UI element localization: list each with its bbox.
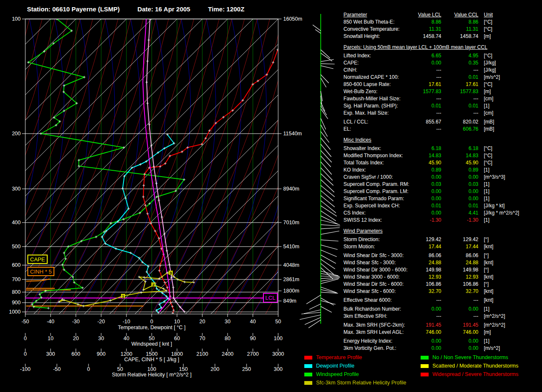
- value-lcl: 0.00: [415, 345, 441, 352]
- cape-label: CAPE: [28, 255, 47, 263]
- height-label: 849m: [283, 298, 296, 304]
- value-lcl: ---: [415, 313, 441, 320]
- axis-tick-label: 1500: [146, 351, 158, 357]
- legend-swatch: [421, 373, 429, 376]
- wind-barb: [321, 240, 338, 241]
- axis-tick-label: -20: [97, 319, 105, 325]
- legend-item: Windspeed Profile: [304, 370, 406, 379]
- axis-tick-label: 900: [97, 351, 106, 357]
- unit-label: [knt]: [484, 274, 494, 281]
- column-header: Value CCL: [441, 11, 478, 19]
- table-row: 3km Effective SRH:------[m^2/s^2]: [343, 313, 519, 320]
- value-lcl: 149.98: [415, 266, 441, 274]
- table-row: 850 Wet Bulb Theta-E:8.868.86[°C]: [343, 19, 519, 26]
- axis-tick-label: 2400: [222, 351, 233, 357]
- pressure-tick-label: 600: [12, 262, 21, 268]
- unit-label: [°]: [484, 252, 488, 259]
- pressure-tick-label: 1000: [9, 309, 21, 315]
- axis-tick-label: 3000: [272, 351, 284, 357]
- param-label: Wind Shear Sfc - 3000:: [343, 259, 415, 266]
- value-ccl: 820.02: [441, 118, 478, 126]
- axis-tick-label: 50: [117, 366, 123, 372]
- svg-text:2: 2: [152, 283, 154, 287]
- param-label: SWISS 12 Index:: [343, 217, 415, 224]
- value-ccl: -1.30: [441, 217, 478, 224]
- wind-barb: [321, 298, 334, 305]
- unit-label: [cm]: [484, 95, 494, 102]
- value-ccl: 17.61: [441, 81, 478, 88]
- value-ccl: 0.00: [441, 174, 478, 181]
- value-ccl: 0.89: [441, 166, 478, 174]
- unit-label: [knt]: [484, 243, 494, 250]
- wind-barb: [321, 276, 340, 277]
- legend-item: Sfc-3km Storm Relative Helicity Profile: [304, 379, 406, 387]
- height-label: 16050m: [283, 16, 302, 22]
- height-label: 2861m: [283, 277, 299, 282]
- section-heading: Wind Parameters: [343, 228, 519, 234]
- axis-tick-label: 50: [275, 319, 281, 325]
- param-label: Wind Shear Sfc - 6000:: [343, 288, 415, 295]
- param-label: Total Totals Index:: [343, 159, 415, 166]
- wind-barb: [321, 287, 336, 293]
- unit-label: [mB]: [484, 126, 494, 133]
- svg-text:3: 3: [169, 271, 172, 275]
- axis-tick-label: 60: [174, 336, 180, 341]
- value-ccl: 191.45: [441, 322, 478, 329]
- param-label: Max. 3km SRH Level AGL:: [343, 329, 415, 336]
- unit-label: [1]: [484, 166, 489, 174]
- value-ccl: 149.98: [441, 266, 478, 274]
- value-lcl: 129.42: [415, 236, 441, 243]
- wind-barb: [321, 132, 329, 142]
- param-label: CAPE:: [343, 59, 415, 67]
- unit-label: [1]: [484, 217, 489, 224]
- srh-km-marker: 1: [121, 294, 125, 298]
- bottom-axis-3: -100-50050100150200250300Storm Relative …: [20, 364, 282, 378]
- param-label: Convective Temperature:: [343, 26, 415, 33]
- param-label: 3km Vorticity Gen. Pot.:: [343, 345, 415, 352]
- unit-label: [°C]: [484, 26, 492, 33]
- pressure-tick-label: 200: [12, 131, 21, 137]
- unit-label: [knt]: [484, 288, 494, 295]
- axis-tick-label: 600: [72, 351, 80, 357]
- value-ccl: 4.41: [441, 209, 478, 217]
- param-label: EL:: [343, 126, 415, 133]
- value-lcl: 45.90: [415, 159, 441, 166]
- profile-legend: Temperature ProfileDewpoint ProfileWinds…: [304, 353, 406, 387]
- legend-item: No / Non Severe Thunderstorms: [421, 353, 518, 362]
- sounding-app: { "title": { "station": "Station: 06610 …: [0, 0, 542, 392]
- table-row: Craven SigSvr / 1000:0.000.00[m^3/s^3]: [343, 174, 519, 181]
- axis-tick-label: 30: [225, 319, 231, 325]
- legend-label: Scattered / Moderate Thunderstorms: [432, 363, 518, 369]
- wind-barb: [321, 196, 335, 207]
- value-lcl: ---: [415, 110, 441, 117]
- wind-barb: [309, 320, 321, 328]
- table-row: Snowfall Height:1458.741458.74[m]: [343, 33, 519, 40]
- value-lcl: ---: [415, 297, 441, 304]
- wind-barb: [321, 231, 339, 234]
- param-label: Lifted Index:: [343, 52, 415, 59]
- value-lcl: 86.06: [415, 252, 441, 259]
- unit-label: [mB]: [484, 118, 494, 126]
- axis-tick-label: 2700: [247, 351, 259, 357]
- value-ccl: 6.18: [441, 145, 478, 152]
- value-ccl: 0.01: [441, 74, 478, 81]
- height-label: 1800m: [283, 288, 299, 294]
- legend-swatch: [421, 364, 429, 368]
- table-row: Wind Shear 3000 - 6000:12.9312.93[knt]: [343, 274, 519, 281]
- unit-label: [°]: [484, 236, 488, 243]
- value-lcl: 0.00: [415, 188, 441, 195]
- value-ccl: 0.00: [441, 195, 478, 202]
- table-row: Convective Temperature:11.3111.31[°C]: [343, 26, 519, 33]
- pressure-tick-label: 100: [12, 16, 21, 22]
- axis-tick-label: 20: [199, 319, 205, 325]
- axis-tick-label: 100: [148, 366, 156, 372]
- pressure-tick-label: 800: [12, 289, 21, 295]
- value-lcl: 14.83: [415, 152, 441, 159]
- unit-label: [1]: [484, 338, 489, 345]
- table-row: Supercell Comp. Param. RM:0.030.03[1]: [343, 181, 519, 188]
- table-row: Normalized CAPE * 100:---0.01[m/s^2]: [343, 74, 519, 81]
- axis-tick-label: 0: [87, 366, 90, 372]
- value-ccl: 1458.74: [441, 33, 478, 40]
- axis-title: Windspeed [ knt ]: [131, 341, 172, 347]
- unit-label: [knt]: [484, 297, 494, 304]
